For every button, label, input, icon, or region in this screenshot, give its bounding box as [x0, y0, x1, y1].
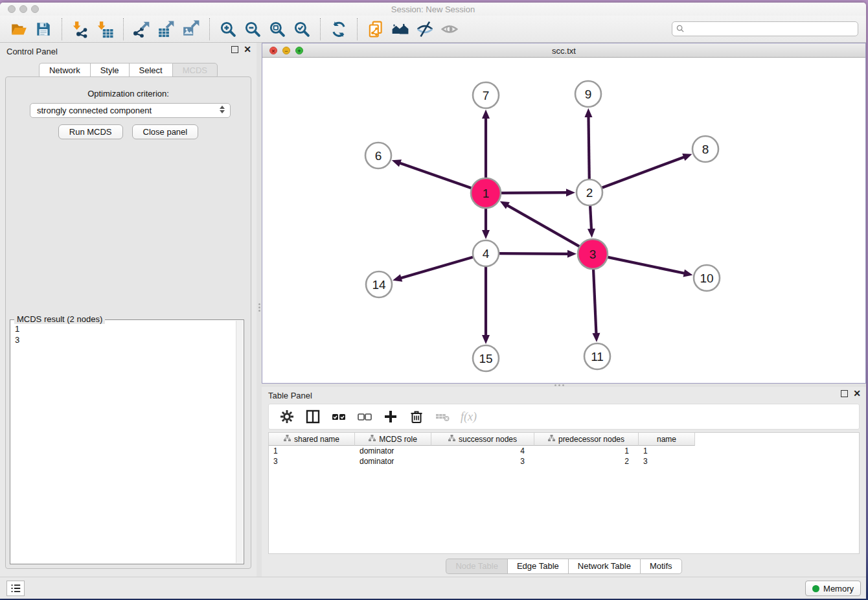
- zoom-out-icon[interactable]: [244, 20, 262, 38]
- export-image-icon[interactable]: [182, 20, 200, 38]
- tab-network-table[interactable]: Network Table: [568, 559, 640, 574]
- hide-graphics-details-icon[interactable]: [416, 20, 434, 38]
- graph-edge-4-3[interactable]: [497, 253, 569, 254]
- main-toolbar: [0, 16, 866, 43]
- result-line: 3: [15, 334, 233, 345]
- export-network-icon[interactable]: [133, 20, 151, 38]
- column-header-label: name: [657, 435, 676, 444]
- function-builder-icon: f(x): [461, 410, 477, 424]
- result-line: 1: [15, 323, 233, 334]
- graph-edge-3-11[interactable]: [593, 267, 597, 334]
- graph-edge-1-2[interactable]: [499, 192, 567, 193]
- table-tabs: Node TableEdge TableNetwork TableMotifs: [262, 559, 866, 574]
- unselect-all-checkboxes-icon[interactable]: [357, 409, 372, 424]
- float-panel-icon[interactable]: [231, 46, 238, 53]
- network-graph-canvas[interactable]: 1234678910111415: [262, 58, 865, 383]
- search-icon: [676, 25, 685, 33]
- column-header-name[interactable]: name: [639, 433, 695, 446]
- column-selector-icon[interactable]: [305, 409, 321, 424]
- apply-layout-icon[interactable]: [330, 20, 348, 38]
- export-table-icon[interactable]: [157, 20, 176, 38]
- graph-edge-3-10[interactable]: [606, 257, 685, 273]
- destroy-table-icon: [435, 409, 450, 424]
- node-table[interactable]: shared nameMCDS rolesuccessor nodesprede…: [268, 432, 860, 554]
- column-header-shared-name[interactable]: shared name: [269, 433, 355, 446]
- main-area: Control Panel ✕ NetworkStyleSelectMCDS O…: [0, 43, 866, 577]
- table-cell: 4: [431, 446, 534, 456]
- close-panel-button[interactable]: Close panel: [132, 124, 199, 139]
- toolbar-separator: [320, 18, 321, 40]
- save-session-icon[interactable]: [34, 20, 52, 38]
- result-scrollbar[interactable]: [236, 321, 243, 563]
- graph-edge-4-14[interactable]: [400, 257, 475, 279]
- edge-arrowhead: [566, 189, 575, 196]
- graph-node-label: 3: [589, 248, 597, 261]
- task-history-button[interactable]: [6, 581, 25, 596]
- first-neighbors-icon[interactable]: [391, 20, 409, 38]
- edge-arrowhead: [392, 159, 402, 167]
- column-header-successor-nodes[interactable]: successor nodes: [431, 433, 534, 446]
- graph-node-label: 4: [483, 247, 490, 260]
- toolbar-separator: [62, 18, 62, 40]
- toolbar-separator: [357, 18, 358, 40]
- column-header-label: MCDS role: [379, 435, 417, 444]
- select-all-checkboxes-icon[interactable]: [331, 409, 347, 424]
- graph-node-label: 6: [375, 149, 382, 163]
- column-header-MCDS-role[interactable]: MCDS role: [355, 433, 431, 446]
- edge-arrowhead: [393, 274, 402, 282]
- app-titlebar: Session: New Session: [0, 3, 866, 16]
- toolbar-separator: [209, 18, 210, 40]
- graph-edge-2-8[interactable]: [600, 157, 685, 189]
- network-window-titlebar: × − + scc.txt: [262, 43, 865, 58]
- table-options-gear-icon[interactable]: [279, 409, 295, 424]
- table-cell: dominator: [355, 446, 431, 456]
- table-header-row: shared nameMCDS rolesuccessor nodesprede…: [269, 433, 859, 446]
- edge-arrowhead: [482, 110, 490, 119]
- table-cell: dominator: [355, 456, 431, 467]
- tab-node-table[interactable]: Node Table: [446, 559, 507, 574]
- graph-edge-2-3[interactable]: [590, 203, 591, 230]
- float-table-panel-icon[interactable]: [841, 390, 848, 397]
- application-window: Session: New Session Control: [0, 3, 866, 599]
- column-header-predecessor-nodes[interactable]: predecessor nodes: [534, 433, 639, 446]
- mcds-result-box[interactable]: MCDS result (2 nodes) 13: [10, 319, 244, 564]
- graph-node-label: 2: [586, 186, 593, 200]
- zoom-selected-icon[interactable]: [293, 20, 311, 38]
- column-header-label: successor nodes: [459, 435, 517, 444]
- tab-edge-table[interactable]: Edge Table: [507, 559, 568, 574]
- table-toolbar: f(x): [268, 404, 860, 430]
- graph-node-label: 14: [372, 278, 386, 292]
- graph-edge-3-1[interactable]: [507, 205, 581, 248]
- column-header-label: shared name: [294, 435, 339, 444]
- vertical-splitter[interactable]: [257, 43, 262, 577]
- import-table-icon[interactable]: [96, 20, 114, 38]
- open-session-icon[interactable]: [10, 20, 28, 38]
- table-row[interactable]: 3dominator323: [269, 456, 859, 467]
- graph-edge-2-9[interactable]: [588, 116, 589, 181]
- optimization-criterion-label: Optimization criterion:: [6, 89, 251, 98]
- search-field[interactable]: [672, 21, 858, 36]
- optimization-criterion-select[interactable]: strongly connected component: [30, 103, 231, 118]
- graph-edge-1-6[interactable]: [399, 163, 474, 189]
- copy-view-icon[interactable]: [367, 20, 385, 38]
- table-cell: 3: [431, 456, 534, 467]
- memory-button[interactable]: Memory: [805, 581, 861, 596]
- delete-column-trash-icon[interactable]: [409, 409, 424, 424]
- graph-node-label: 10: [700, 271, 713, 285]
- graph-node-label: 8: [702, 143, 709, 156]
- close-table-panel-icon[interactable]: ✕: [853, 390, 861, 397]
- table-cell: 1: [639, 446, 695, 456]
- zoom-fit-icon[interactable]: [268, 20, 286, 38]
- zoom-in-icon[interactable]: [219, 20, 237, 38]
- tab-motifs[interactable]: Motifs: [640, 559, 682, 574]
- close-panel-icon[interactable]: ✕: [244, 46, 251, 53]
- run-mcds-button[interactable]: Run MCDS: [58, 124, 123, 139]
- search-input[interactable]: [687, 23, 858, 35]
- table-row[interactable]: 1dominator411: [269, 446, 859, 456]
- toolbar-separator: [123, 18, 124, 40]
- column-tree-icon: [284, 435, 291, 444]
- column-tree-icon: [448, 435, 455, 444]
- import-network-icon[interactable]: [71, 20, 89, 38]
- add-column-icon[interactable]: [383, 409, 398, 424]
- optimization-criterion-value: strongly connected component: [37, 106, 152, 115]
